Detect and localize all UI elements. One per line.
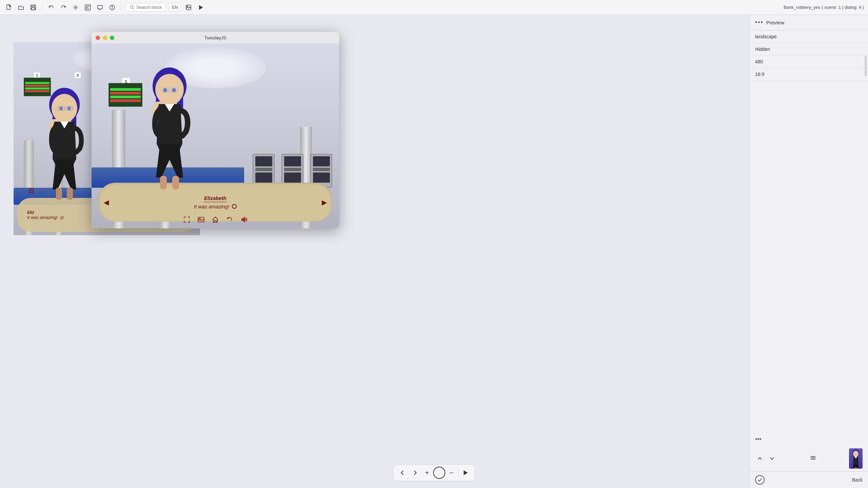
svg-point-8 <box>112 6 113 6</box>
play-icon[interactable] <box>196 3 205 12</box>
svg-marker-39 <box>242 217 245 222</box>
comment-icon[interactable] <box>95 3 105 12</box>
preview-return-icon[interactable] <box>226 216 233 225</box>
code-block-icon[interactable] <box>83 3 93 12</box>
preview-gallery-icon[interactable] <box>197 216 205 225</box>
settings-icon[interactable] <box>71 3 80 12</box>
bg-dialog-name: Eliz <box>27 210 34 215</box>
svg-point-12 <box>187 6 188 7</box>
divider2 <box>121 4 121 11</box>
preview-bottom-bar <box>183 216 248 225</box>
svg-line-10 <box>133 8 134 9</box>
new-file-icon[interactable] <box>4 3 14 12</box>
svg-rect-3 <box>32 8 35 10</box>
preview-expand-icon[interactable] <box>183 216 191 225</box>
bg-character <box>34 84 95 200</box>
svg-point-9 <box>131 6 133 8</box>
main-editor-area: 1 3 <box>0 15 434 244</box>
close-button[interactable] <box>96 36 100 40</box>
language-button[interactable]: EN <box>169 3 181 12</box>
preview-window: TuesdayJS 1 3 <box>92 32 339 228</box>
redo-icon[interactable] <box>59 3 68 12</box>
bg-dialog-text: It was amazing! ◎ <box>27 215 63 220</box>
svg-rect-34 <box>160 176 167 189</box>
dialog-prev-button[interactable]: ◀ <box>104 198 109 206</box>
svg-point-32 <box>163 88 167 92</box>
divider1 <box>42 4 42 11</box>
svg-rect-24 <box>67 188 73 200</box>
counter-num3: 3 <box>75 73 81 78</box>
dialog-circle-indicator <box>232 204 237 209</box>
dialog-text: It was amazing! <box>194 204 237 209</box>
dialog-character-name: Elizabeth <box>204 195 226 202</box>
preview-window-title: TuesdayJS <box>204 35 226 40</box>
dialog-next-button[interactable]: ▶ <box>322 198 327 206</box>
bg-expand-icon: ⛶ <box>17 187 23 195</box>
gallery-icon[interactable] <box>184 3 193 12</box>
svg-rect-2 <box>32 5 35 7</box>
counter-num1: 1 <box>34 73 40 78</box>
svg-point-22 <box>67 107 71 110</box>
preview-content: 1 3 <box>92 44 339 228</box>
minimize-button[interactable] <box>103 36 107 40</box>
preview-character <box>136 64 203 189</box>
svg-point-33 <box>172 88 176 92</box>
language-label: EN <box>172 5 178 10</box>
svg-point-21 <box>59 107 63 110</box>
undo-icon[interactable] <box>46 3 56 12</box>
svg-point-28 <box>155 74 184 105</box>
search-block-label: Search block <box>136 5 162 10</box>
save-icon[interactable] <box>28 3 38 12</box>
maximize-button[interactable] <box>110 36 114 40</box>
open-folder-icon[interactable] <box>16 3 26 12</box>
info-icon[interactable] <box>107 3 117 12</box>
svg-rect-38 <box>214 221 216 222</box>
toolbar: Search block EN Bank_robbery_yes ( scene… <box>0 0 434 15</box>
preview-titlebar: TuesdayJS <box>92 32 339 44</box>
svg-rect-35 <box>172 176 179 189</box>
preview-volume-icon[interactable] <box>240 216 248 225</box>
preview-home-icon[interactable] <box>212 216 219 225</box>
search-block-button[interactable]: Search block <box>125 3 166 12</box>
svg-rect-23 <box>56 188 62 200</box>
svg-marker-13 <box>199 5 203 10</box>
svg-point-4 <box>75 6 77 8</box>
